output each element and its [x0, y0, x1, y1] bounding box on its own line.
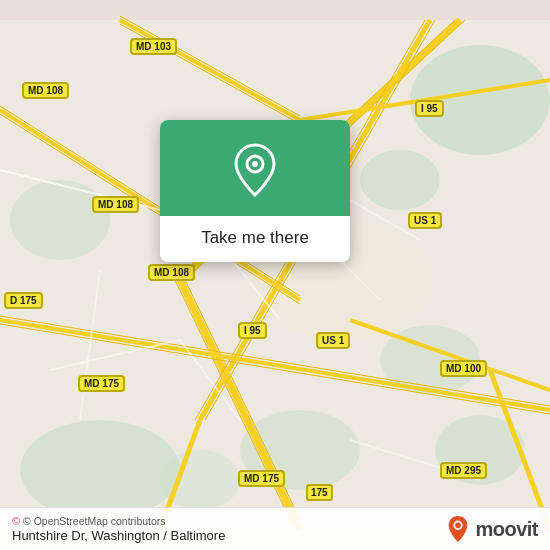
road-sign-175: 175 — [306, 484, 333, 501]
road-sign-md100: MD 100 — [440, 360, 487, 377]
svg-point-3 — [10, 180, 110, 260]
bottom-bar: © © OpenStreetMap contributors Huntshire… — [0, 507, 550, 550]
road-sign-d175: D 175 — [4, 292, 43, 309]
road-sign-md175b: MD 175 — [78, 375, 125, 392]
osm-credit: © © OpenStreetMap contributors — [12, 515, 225, 527]
svg-point-2 — [360, 150, 440, 210]
svg-point-42 — [252, 161, 258, 167]
moovit-logo: moovit — [446, 515, 538, 543]
map-container: MD 103 MD 108 MD 108 MD 108 I 95 US 1 D … — [0, 0, 550, 550]
road-sign-md108a: MD 108 — [22, 82, 69, 99]
road-sign-md175c: MD 175 — [238, 470, 285, 487]
location-pin-icon — [232, 142, 278, 198]
road-sign-i95a: I 95 — [415, 100, 444, 117]
svg-point-4 — [20, 420, 180, 520]
road-sign-md108b: MD 108 — [92, 196, 139, 213]
road-sign-md108c: MD 108 — [148, 264, 195, 281]
road-sign-us1b: US 1 — [316, 332, 350, 349]
take-me-there-button[interactable]: Take me there — [185, 216, 325, 262]
moovit-label: moovit — [475, 518, 538, 541]
popup-green-header — [160, 120, 350, 216]
map-popup[interactable]: Take me there — [160, 120, 350, 262]
bottom-bar-left: © © OpenStreetMap contributors Huntshire… — [12, 515, 225, 543]
road-sign-md103: MD 103 — [130, 38, 177, 55]
svg-point-44 — [456, 522, 462, 528]
moovit-pin-icon — [446, 515, 470, 543]
road-sign-md295: MD 295 — [440, 462, 487, 479]
location-label: Huntshire Dr, Washington / Baltimore — [12, 528, 225, 543]
road-sign-us1a: US 1 — [408, 212, 442, 229]
road-sign-i95b: I 95 — [238, 322, 267, 339]
